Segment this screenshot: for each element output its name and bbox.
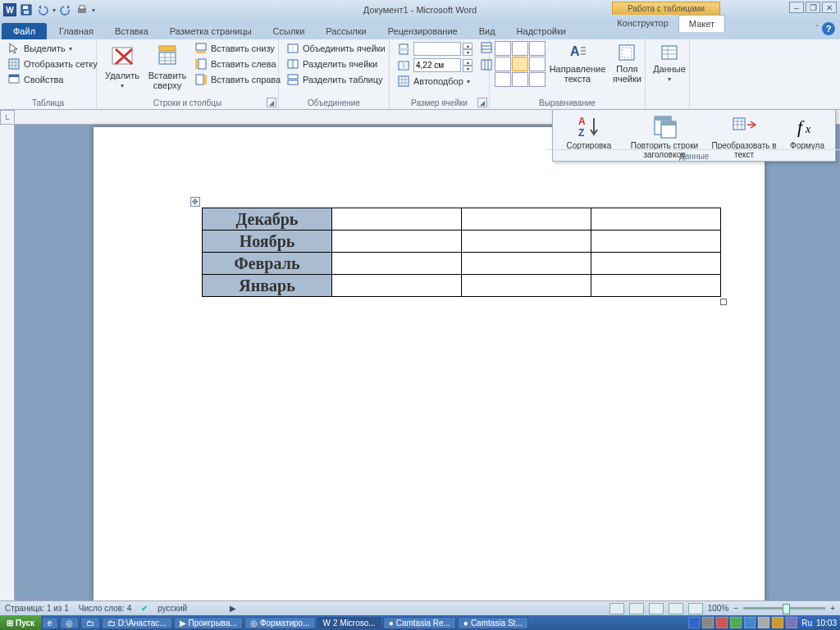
page[interactable]: ✥ Декабрь Ноябрь Февраль Январь — [93, 126, 765, 600]
align-mc[interactable] — [512, 57, 528, 71]
dialog-launcher-icon[interactable]: ◢ — [267, 98, 276, 107]
web-view[interactable] — [649, 603, 664, 614]
tab-addins[interactable]: Надстройки — [506, 22, 577, 39]
tray-icon[interactable] — [702, 617, 714, 628]
align-bl[interactable] — [495, 72, 511, 87]
align-br[interactable] — [529, 72, 546, 87]
gridlines-button[interactable]: Отобразить сетку — [5, 57, 100, 71]
tray-icon[interactable] — [716, 617, 728, 628]
spin-down-icon[interactable]: ▾ — [463, 49, 472, 56]
minimize-button[interactable]: – — [789, 2, 804, 13]
tab-table-design[interactable]: Конструктор — [607, 15, 678, 32]
merge-cells-button[interactable]: Объединить ячейки — [284, 41, 388, 56]
tab-pagelayout[interactable]: Разметка страницы — [159, 22, 262, 39]
insert-above-button[interactable]: Вставить сверху — [146, 41, 189, 92]
tab-insert[interactable]: Вставка — [104, 22, 159, 39]
outline-view[interactable] — [669, 603, 683, 614]
zoom-level[interactable]: 100% — [708, 604, 729, 613]
taskbar-item[interactable]: ●Camtasia Re... — [383, 617, 456, 629]
row-height-input[interactable] — [413, 42, 461, 56]
data-dropdown-button[interactable]: Данные▾ — [651, 41, 688, 84]
table-cell[interactable] — [462, 253, 591, 275]
help-icon[interactable]: ? — [822, 22, 835, 35]
table-cell[interactable] — [462, 231, 591, 253]
table-cell[interactable] — [591, 275, 721, 297]
language-bar[interactable]: Ru — [800, 619, 814, 628]
table-cell[interactable]: Январь — [203, 275, 332, 297]
align-tl[interactable] — [495, 41, 511, 56]
table-cell[interactable] — [462, 275, 591, 297]
tray-icon[interactable] — [744, 617, 756, 628]
table-cell[interactable]: Февраль — [203, 253, 332, 275]
fullscreen-view[interactable] — [629, 603, 644, 614]
table-cell[interactable] — [332, 253, 462, 275]
word-count[interactable]: Число слов: 4 — [79, 604, 131, 613]
tab-references[interactable]: Ссылки — [262, 22, 316, 39]
tray-icon[interactable] — [688, 617, 700, 628]
tab-review[interactable]: Рецензирование — [377, 22, 468, 39]
tab-selector[interactable]: L — [0, 110, 15, 125]
tab-view[interactable]: Вид — [468, 22, 506, 39]
tab-file[interactable]: Файл — [2, 23, 47, 39]
dialog-launcher-icon[interactable]: ◢ — [477, 98, 487, 107]
tray-icon[interactable] — [758, 617, 769, 628]
align-ml[interactable] — [495, 57, 511, 71]
properties-button[interactable]: Свойства — [5, 72, 100, 87]
split-cells-button[interactable]: Разделить ячейки — [284, 57, 388, 71]
zoom-in-button[interactable]: + — [830, 604, 835, 613]
align-mr[interactable] — [529, 57, 546, 71]
split-table-button[interactable]: Разделить таблицу — [284, 72, 388, 87]
taskbar-item[interactable]: ▶Проигрыва... — [174, 617, 243, 629]
align-bc[interactable] — [512, 72, 528, 87]
tray-icon[interactable] — [730, 617, 742, 628]
spin-down-icon[interactable]: ▾ — [463, 66, 472, 72]
quicklaunch-explorer[interactable]: 🗀 — [80, 617, 100, 629]
spin-up-icon[interactable]: ▴ — [463, 59, 472, 66]
text-direction-button[interactable]: AНаправление текста — [549, 41, 606, 85]
table-cell[interactable] — [332, 231, 462, 253]
document-table[interactable]: Декабрь Ноябрь Февраль Январь — [202, 208, 721, 297]
clock[interactable]: 10:03 — [816, 619, 837, 628]
table-cell[interactable] — [591, 231, 721, 253]
row-height-field[interactable]: ▴▾ — [395, 41, 475, 57]
tab-table-layout[interactable]: Макет — [678, 15, 725, 32]
print-layout-view[interactable] — [609, 603, 624, 614]
proofing-icon[interactable]: ✔ — [141, 604, 148, 613]
start-button[interactable]: ⊞Пуск — [0, 615, 41, 630]
insert-below-button[interactable]: Вставить снизу — [192, 41, 283, 56]
table-cell[interactable] — [462, 208, 591, 231]
tray-icon[interactable] — [786, 617, 797, 628]
align-tc[interactable] — [512, 41, 528, 56]
quicklaunch-ie[interactable]: e — [42, 617, 58, 629]
zoom-slider[interactable] — [743, 607, 825, 609]
table-cell[interactable] — [332, 275, 462, 297]
col-width-input[interactable] — [413, 58, 461, 72]
spin-up-icon[interactable]: ▴ — [463, 43, 472, 49]
macro-icon[interactable]: ▶ — [230, 604, 236, 613]
minimize-ribbon-icon[interactable]: ˆ — [815, 24, 819, 34]
taskbar-item[interactable]: ●Camtasia St... — [458, 617, 528, 629]
tray-icon[interactable] — [772, 617, 783, 628]
table-cell[interactable]: Ноябрь — [203, 231, 332, 253]
table-cell[interactable] — [591, 208, 721, 231]
alignment-grid[interactable] — [495, 41, 546, 87]
col-width-field[interactable]: ▴▾ — [395, 57, 475, 73]
taskbar-item-active[interactable]: W2 Microso... — [317, 617, 381, 629]
align-tr[interactable] — [529, 41, 546, 56]
select-button[interactable]: Выделить▾ — [5, 41, 100, 56]
taskbar-item[interactable]: 🗀D:\Анастас... — [102, 617, 172, 629]
insert-left-button[interactable]: Вставить слева — [192, 57, 283, 71]
restore-button[interactable]: ❐ — [806, 2, 820, 13]
cell-margins-button[interactable]: Поля ячейки — [609, 41, 645, 85]
close-button[interactable]: ✕ — [822, 2, 837, 13]
page-indicator[interactable]: Страница: 1 из 1 — [5, 604, 69, 613]
insert-right-button[interactable]: Вставить справа — [192, 72, 283, 87]
quicklaunch-chrome[interactable]: ◎ — [60, 617, 79, 629]
table-cell[interactable] — [591, 253, 721, 275]
zoom-out-button[interactable]: − — [733, 604, 738, 613]
table-cell[interactable]: Декабрь — [203, 208, 332, 231]
vertical-ruler[interactable] — [0, 125, 15, 600]
table-move-handle[interactable]: ✥ — [190, 197, 200, 207]
table-resize-handle[interactable] — [720, 299, 727, 305]
tab-mailings[interactable]: Рассылки — [315, 22, 377, 39]
